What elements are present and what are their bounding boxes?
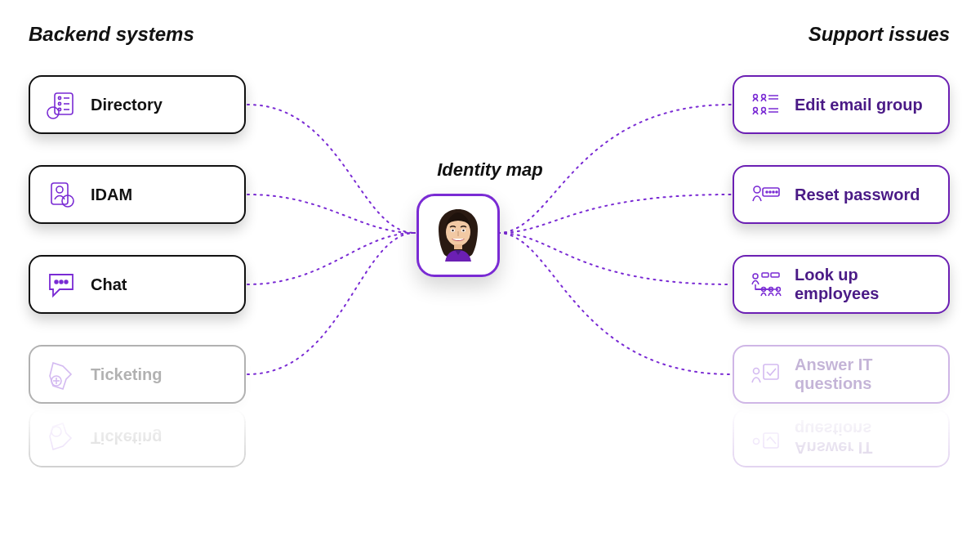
card-ticketing-reflection: Ticketing: [29, 409, 246, 467]
card-edit-email-group: Edit email group: [733, 75, 950, 134]
svg-point-3: [58, 102, 60, 105]
card-label: Chat: [91, 275, 127, 294]
card-label: Answer IT questions: [795, 355, 933, 393]
card-look-up-employees: Look up employees: [733, 255, 950, 314]
svg-point-11: [55, 280, 58, 284]
heading-support-issues: Support issues: [808, 23, 950, 46]
svg-point-22: [754, 108, 758, 112]
idam-icon: [45, 178, 78, 211]
card-label: Ticketing: [91, 365, 162, 384]
answer-icon: [749, 358, 782, 391]
card-label: Reset password: [795, 186, 920, 204]
svg-rect-33: [762, 273, 768, 277]
svg-point-38: [754, 369, 760, 374]
directory-icon: [45, 88, 78, 121]
svg-point-12: [60, 280, 63, 284]
svg-point-13: [65, 280, 68, 284]
svg-point-29: [769, 191, 771, 193]
svg-point-28: [766, 191, 768, 193]
card-chat: Chat: [29, 255, 246, 314]
password-icon: [749, 178, 782, 211]
heading-backend-systems: Backend systems: [29, 23, 194, 46]
card-idam: IDAM: [29, 165, 246, 224]
card-label: Look up employees: [795, 266, 933, 303]
svg-point-40: [754, 439, 760, 445]
card-label: Edit email group: [795, 96, 923, 114]
svg-point-26: [754, 186, 760, 193]
identity-avatar: [416, 194, 500, 277]
chat-icon: [45, 268, 78, 301]
svg-point-23: [762, 108, 766, 112]
svg-rect-39: [764, 364, 778, 379]
svg-point-31: [776, 191, 777, 193]
ticketing-icon: [45, 358, 78, 391]
card-ticketing: Ticketing: [29, 345, 246, 404]
card-directory: Directory: [29, 75, 246, 134]
svg-point-9: [56, 186, 63, 193]
svg-point-18: [754, 95, 758, 99]
card-label: Directory: [91, 96, 163, 114]
svg-point-19: [762, 95, 766, 99]
svg-point-17: [51, 427, 61, 436]
card-answer-it-questions: Answer IT questions: [733, 345, 950, 404]
group-icon: [749, 88, 782, 121]
card-label: IDAM: [91, 186, 132, 204]
svg-rect-47: [454, 244, 462, 249]
card-answer-reflection: Answer IT questions: [733, 409, 950, 467]
svg-point-7: [47, 107, 59, 118]
card-reset-password: Reset password: [733, 165, 950, 224]
svg-point-44: [452, 230, 453, 231]
svg-point-1: [58, 96, 60, 99]
employees-icon: [749, 268, 782, 301]
diagram-stage: Backend systems Support issues Identity …: [0, 0, 980, 550]
svg-rect-34: [771, 273, 779, 277]
avatar-icon: [432, 206, 484, 265]
svg-rect-41: [764, 433, 778, 448]
svg-point-32: [753, 274, 758, 279]
svg-point-30: [773, 191, 774, 193]
svg-point-46: [462, 230, 464, 231]
